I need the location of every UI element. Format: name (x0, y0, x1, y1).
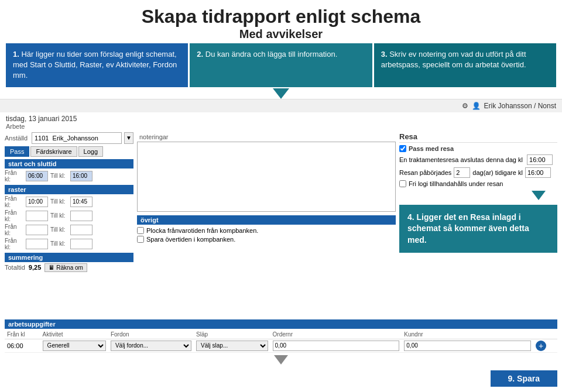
calculator-icon: 🖩 (49, 264, 54, 271)
instruction-box-1: 1. Här ligger nu tider som förslag enlig… (6, 43, 188, 87)
raster-row-2: Från kl: Till kl: (5, 209, 133, 222)
page-title: Skapa tidrapport enligt schema (0, 6, 562, 27)
add-row-button[interactable]: + (536, 341, 546, 351)
arrow-down-resa (399, 191, 557, 200)
aug-aktivitet-cell: Generell (40, 339, 108, 352)
checkbox-label-2: Spara övertiden i kompbanken. (146, 236, 235, 243)
tab-pass[interactable]: Pass (5, 146, 29, 157)
notes-area[interactable] (137, 142, 396, 212)
col-kundnr: Kundnr (402, 330, 533, 339)
raster-till-label-2: Till kl: (50, 212, 68, 219)
checkbox-kompbanken-spara[interactable] (137, 236, 144, 243)
main-content: Anställd ▼ Pass Färdskrivare Logg start … (0, 132, 562, 319)
start-sluttid-header: start och sluttid (5, 159, 133, 169)
noteringar-label: noteringar (137, 132, 396, 142)
resan-days-input[interactable] (454, 167, 470, 178)
raster-fran-label-1: Från kl: (5, 195, 23, 208)
employee-row: Anställd ▼ (5, 132, 133, 144)
col-add (533, 330, 557, 339)
employee-input[interactable] (32, 132, 122, 144)
tooltip-4-text: 4. Ligger det en Resa inlagd i schemat s… (407, 212, 529, 245)
totaltid-label: Totaltid (5, 264, 25, 271)
resa-header: Resa (399, 132, 557, 143)
col-slap: Släp (194, 330, 270, 339)
raster-till-3[interactable] (70, 225, 92, 235)
top-bar: ⚙ 👤 Erik Johansson / Nonst (0, 99, 562, 112)
start-till-input[interactable] (70, 171, 92, 181)
raster-row-4: Från kl: Till kl: (5, 238, 133, 250)
table-row: 06:00 Generell Välj fordon... Välj slap.… (5, 339, 557, 352)
tab-fardskrivare[interactable]: Färdskrivare (30, 146, 77, 157)
top-bar-icons: ⚙ 👤 Erik Johansson / Nonst (462, 102, 556, 110)
save-area: 9. Spara (0, 367, 562, 390)
raster-fran-3[interactable] (26, 225, 48, 235)
aug-fordon-cell: Välj fordon... (108, 339, 194, 352)
raster-till-4[interactable] (70, 239, 92, 249)
raster-fran-label-2: Från kl: (5, 209, 23, 222)
aug-aktivitet-select[interactable]: Generell (43, 341, 106, 351)
tab-logg[interactable]: Logg (78, 146, 103, 157)
employee-label: Anställd (5, 135, 29, 142)
aug-table-header-row: Från kl Aktivitet Fordon Släp Ordernr Ku… (5, 330, 557, 339)
aug-kundnr-input[interactable] (404, 341, 531, 351)
save-button[interactable]: 9. Spara (491, 370, 557, 387)
summering-header: summering (5, 253, 133, 262)
col-fordon: Fordon (108, 330, 194, 339)
aug-fran-value: 06:00 (7, 342, 23, 349)
col-ordernr: Ordernr (270, 330, 402, 339)
arrow-down-icon (273, 88, 289, 99)
left-panel: Anställd ▼ Pass Färdskrivare Logg start … (5, 132, 133, 319)
user-label: Erik Johansson / Nonst (484, 102, 556, 110)
arrow-down-save-container (0, 355, 562, 365)
checkbox-row-2: Spara övertiden i kompbanken. (137, 236, 396, 243)
resan-label: Resan påbörjades (399, 169, 451, 176)
notes-textarea[interactable] (138, 142, 395, 211)
raster-till-2[interactable] (70, 211, 92, 221)
checkbox-kompbanken-fran[interactable] (137, 227, 144, 234)
arrow-down-save-icon (274, 355, 288, 365)
totaltid-value: 9,25 (29, 264, 41, 271)
aug-kundnr-cell (402, 339, 533, 352)
fran-label: Från kl: (5, 170, 23, 183)
raster-till-1[interactable] (70, 197, 92, 207)
arbetsuppgifter-header: arbetsuppgifter (5, 319, 557, 329)
col-fran: Från kl (5, 330, 40, 339)
middle-panel: noteringar övrigt Plocka frånvarotiden f… (137, 132, 396, 319)
raster-fran-4[interactable] (26, 239, 48, 249)
totaltid-row: Totaltid 9,25 🖩 Räkna om (5, 263, 133, 272)
aug-slap-select[interactable]: Välj slap... (196, 341, 268, 351)
raster-row-3: Från kl: Till kl: (5, 223, 133, 236)
raster-till-label-1: Till kl: (50, 198, 68, 205)
resan-dag-label: dag(ar) tidigare kl (472, 169, 523, 176)
instruction-text-2: 2. Du kan ändra och lägga till informati… (197, 49, 365, 60)
gear-icon[interactable]: ⚙ (462, 102, 468, 110)
tab-row: Pass Färdskrivare Logg (5, 146, 133, 157)
raster-till-label-3: Till kl: (50, 226, 68, 233)
employee-dropdown-icon[interactable]: ▼ (124, 132, 133, 144)
fri-logi-checkbox[interactable] (399, 180, 406, 187)
traktamente-time-input[interactable] (527, 154, 553, 165)
instruction-box-3: 3. Skriv ev notering om vad du utfört på… (374, 43, 556, 87)
raster-till-label-4: Till kl: (50, 240, 68, 247)
raster-fran-1[interactable] (26, 197, 48, 207)
col-aktivitet: Aktivitet (40, 330, 108, 339)
rakna-om-button[interactable]: 🖩 Räkna om (44, 263, 87, 272)
section-label: Arbete (6, 123, 556, 130)
fri-logi-label: Fri logi tillhandahålls under resan (409, 180, 503, 187)
resan-time-input[interactable] (525, 167, 551, 178)
aug-ordernr-input[interactable] (273, 341, 400, 351)
aug-fran-cell: 06:00 (5, 339, 40, 352)
start-fran-input[interactable] (26, 171, 48, 181)
checkbox-label-1: Plocka frånvarotiden från kompbanken. (146, 227, 258, 234)
raster-fran-2[interactable] (26, 211, 48, 221)
instruction-box-2: 2. Du kan ändra och lägga till informati… (188, 43, 373, 87)
aug-ordernr-cell (270, 339, 402, 352)
aug-slap-cell: Välj slap... (194, 339, 270, 352)
raster-row-1: Från kl: Till kl: (5, 195, 133, 208)
date-label: tisdag, 13 januari 2015 (6, 115, 556, 123)
date-section: tisdag, 13 januari 2015 Arbete (0, 112, 562, 132)
pass-med-resa-checkbox[interactable] (399, 145, 406, 152)
aug-fordon-select[interactable]: Välj fordon... (111, 341, 191, 351)
fri-logi-row: Fri logi tillhandahålls under resan (399, 180, 557, 187)
ovrigt-header: övrigt (137, 215, 396, 225)
